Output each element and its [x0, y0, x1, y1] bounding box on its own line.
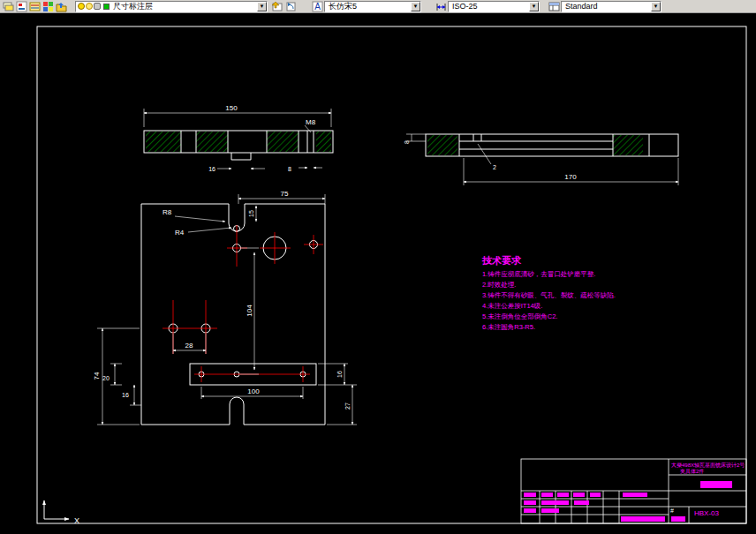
model-space-canvas[interactable]: 150 M8 16 8	[0, 13, 756, 534]
layer-freeze-sun-icon[interactable]	[86, 3, 93, 10]
dim-left-height-label: 74	[93, 372, 101, 380]
layers-icon[interactable]	[3, 1, 14, 12]
layer-previous-icon[interactable]	[285, 1, 297, 12]
layer-dropdown-arrow[interactable]: ▼	[257, 2, 267, 11]
dim-notch-depth-label: 15	[248, 210, 254, 217]
layer-on-bulb-icon[interactable]	[78, 3, 85, 10]
tech-requirement-item: 1.铸件应彻底清砂，去冒口处铲磨平整.	[482, 270, 595, 278]
dim-side-thickness-label: 8	[404, 140, 410, 144]
text-style-dropdown-arrow[interactable]: ▼	[411, 2, 420, 11]
table-style-dropdown[interactable]: Standard ▼	[561, 1, 662, 12]
dim-style-icon[interactable]	[435, 1, 447, 12]
drawing-canvas[interactable]: 150 M8 16 8	[0, 13, 756, 534]
dim-tab-width-label: 16	[208, 166, 215, 172]
dim-style-dropdown-arrow[interactable]: ▼	[529, 2, 539, 11]
tech-requirements: 技术要求 1.铸件应彻底清砂，去冒口处铲磨平整. 2.时效处理. 3.铸件不得有…	[481, 255, 616, 331]
layer-color-swatch	[103, 4, 110, 10]
tech-requirement-item: 4.未注公差按IT14级.	[482, 302, 542, 310]
dim-hole-spacing-label: 28	[185, 342, 193, 350]
title-block-hash: #	[670, 508, 674, 514]
text-style-icon[interactable]: A	[312, 1, 323, 12]
tech-requirement-item: 5.未注倒角位全部倒角C2.	[482, 312, 557, 320]
current-text-style: 长仿宋5	[329, 1, 357, 12]
layer-lock-icon[interactable]	[94, 3, 101, 10]
ucs-x-axis-label: X	[74, 516, 79, 525]
dim-thread-label: M8	[306, 118, 316, 126]
dim-side-length-label: 170	[564, 173, 577, 181]
folder-icon[interactable]	[56, 1, 67, 12]
dim-left-b-label: 16	[122, 392, 129, 398]
make-layer-current-icon[interactable]	[272, 1, 284, 12]
dim-slot-height-label: 16	[336, 371, 343, 378]
text-style-dropdown[interactable]: 长仿宋5 ▼	[324, 1, 421, 12]
linetype-icon[interactable]	[29, 1, 41, 12]
view-top-section: 150 M8 16 8	[144, 104, 333, 172]
centerlines	[163, 225, 323, 382]
title-block-project-line1: 大柴498X轴瓦基面铣床设计2号	[671, 462, 745, 469]
title-block: 大柴498X轴瓦基面铣床设计2号 夹具体2件 # HBX-03	[521, 459, 746, 523]
top-toolbar: 尺寸标注层 ▼ A 长仿宋5 ▼ ISO-25 ▼ Standard ▼	[0, 0, 756, 13]
tech-requirements-title: 技术要求	[481, 255, 522, 266]
cad-application-window: 尺寸标注层 ▼ A 长仿宋5 ▼ ISO-25 ▼ Standard ▼	[0, 0, 756, 534]
color-control-icon[interactable]	[42, 1, 54, 12]
tech-requirement-item: 6.未注圆角R3-R5.	[482, 323, 535, 331]
dim-center-height-label: 104	[246, 305, 253, 317]
dim-side-step-label: 2	[493, 164, 496, 170]
current-layer-name: 尺寸标注层	[113, 1, 153, 12]
dim-front-width-label: 75	[281, 190, 289, 198]
table-style-icon[interactable]	[548, 1, 560, 12]
ucs-icon: X	[44, 500, 79, 525]
current-table-style: Standard	[565, 2, 598, 11]
svg-text:A: A	[314, 2, 321, 11]
dim-style-dropdown[interactable]: ISO-25 ▼	[448, 1, 540, 12]
layer-manager-icon[interactable]	[16, 1, 27, 12]
dim-notch-radius-label: R8	[163, 208, 172, 216]
title-block-project-line2: 夹具体2件	[680, 469, 704, 475]
tech-requirement-item: 3.铸件不得有砂眼、气孔、裂纹、疏松等缺陷.	[482, 291, 616, 299]
dim-slot-span-label: 100	[247, 387, 260, 395]
dim-left-a-label: 20	[102, 375, 110, 381]
dim-tab-hole-label: 8	[288, 166, 291, 172]
current-dim-style: ISO-25	[452, 2, 478, 11]
title-block-drawing-no: HBX-03	[694, 509, 720, 517]
tech-requirement-item: 2.时效处理.	[482, 281, 516, 289]
view-side-section: 2 8 170	[404, 134, 678, 185]
layer-dropdown[interactable]: 尺寸标注层 ▼	[75, 1, 268, 12]
sheet-border	[37, 26, 746, 523]
view-front: 75 R8 R4 15 104 28 74 20 16 100 16 27	[93, 190, 357, 425]
dim-top-width-label: 150	[225, 104, 238, 112]
dim-inner-radius-label: R4	[175, 229, 185, 237]
dim-bottom-offset-label: 27	[344, 402, 351, 410]
table-style-dropdown-arrow[interactable]: ▼	[651, 2, 661, 11]
